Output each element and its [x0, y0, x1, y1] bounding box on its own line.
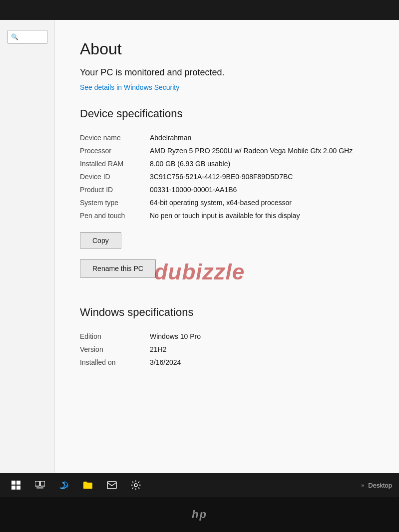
taskbar-mail-button[interactable]: [101, 475, 123, 495]
sidebar: 🔍 h: [0, 20, 55, 532]
spec-value: 3C91C756-521A-4412-9BE0-908F89D5D7BC: [150, 170, 374, 183]
svg-rect-5: [40, 481, 45, 486]
windows-spec-row: Version21H2: [80, 343, 374, 356]
svg-rect-4: [35, 481, 39, 486]
spec-label: Installed on: [80, 356, 150, 369]
device-spec-row: Device ID3C91C756-521A-4412-9BE0-908F89D…: [80, 170, 374, 183]
spec-label: Device name: [80, 131, 150, 144]
rename-pc-button[interactable]: Rename this PC: [80, 259, 156, 278]
spec-label: Processor: [80, 144, 150, 157]
device-spec-row: Installed RAM8.00 GB (6.93 GB usable): [80, 157, 374, 170]
main-content: About Your PC is monitored and protected…: [55, 20, 399, 532]
device-spec-row: ProcessorAMD Ryzen 5 PRO 2500U w/ Radeon…: [80, 144, 374, 157]
taskbar-chevron[interactable]: »: [361, 482, 364, 488]
spec-value: 3/16/2024: [150, 356, 374, 369]
spec-value: Abdelrahman: [150, 131, 374, 144]
spec-label: Pen and touch: [80, 209, 150, 222]
taskbar-start-button[interactable]: [5, 475, 27, 495]
windows-spec-row: EditionWindows 10 Pro: [80, 330, 374, 343]
spec-label: Installed RAM: [80, 157, 150, 170]
device-spec-row: System type64-bit operating system, x64-…: [80, 196, 374, 209]
taskbar: » Desktop: [0, 473, 399, 497]
svg-point-8: [134, 484, 137, 487]
windows-specs-title: Windows specifications: [80, 306, 374, 319]
svg-rect-0: [11, 481, 15, 485]
taskbar-edge-button[interactable]: [53, 475, 75, 495]
search-box[interactable]: 🔍: [7, 30, 47, 44]
windows-specs-table: EditionWindows 10 ProVersion21H2Installe…: [80, 330, 374, 369]
spec-label: Product ID: [80, 183, 150, 196]
security-link[interactable]: See details in Windows Security: [80, 83, 179, 91]
spec-value: 21H2: [150, 343, 374, 356]
spec-label: Edition: [80, 330, 150, 343]
svg-rect-7: [107, 482, 116, 489]
device-spec-row: Product ID00331-10000-00001-AA1B6: [80, 183, 374, 196]
device-specs-table: Device nameAbdelrahmanProcessorAMD Ryzen…: [80, 131, 374, 222]
spec-label: Device ID: [80, 170, 150, 183]
spec-value: 8.00 GB (6.93 GB usable): [150, 157, 374, 170]
spec-value: 00331-10000-00001-AA1B6: [150, 183, 374, 196]
spec-value: 64-bit operating system, x64-based proce…: [150, 196, 374, 209]
taskbar-explorer-button[interactable]: [77, 475, 99, 495]
svg-rect-3: [16, 486, 20, 490]
taskbar-taskview-button[interactable]: [29, 475, 51, 495]
page-title: About: [80, 40, 374, 58]
svg-rect-6: [36, 487, 43, 489]
taskbar-settings-button[interactable]: [125, 475, 147, 495]
spec-value: No pen or touch input is available for t…: [150, 209, 374, 222]
taskbar-right: » Desktop: [361, 482, 394, 489]
protected-heading: Your PC is monitored and protected.: [80, 67, 374, 78]
device-specs-title: Device specifications: [80, 107, 374, 120]
windows-spec-row: Installed on3/16/2024: [80, 356, 374, 369]
copy-button[interactable]: Copy: [80, 232, 121, 249]
svg-rect-1: [16, 481, 20, 485]
spec-value: AMD Ryzen 5 PRO 2500U w/ Radeon Vega Mob…: [150, 144, 374, 157]
svg-rect-2: [11, 486, 15, 490]
search-icon: 🔍: [11, 33, 18, 40]
hp-logo: hp: [192, 508, 207, 521]
screen-container: 🔍 h About Your PC is monitored and prote…: [0, 20, 399, 532]
bezel-bottom: hp: [0, 497, 399, 532]
spec-label: Version: [80, 343, 150, 356]
device-spec-row: Device nameAbdelrahman: [80, 131, 374, 144]
spec-label: System type: [80, 196, 150, 209]
bezel-top: [0, 0, 399, 20]
desktop-label[interactable]: Desktop: [368, 482, 394, 489]
device-spec-row: Pen and touchNo pen or touch input is av…: [80, 209, 374, 222]
spec-value: Windows 10 Pro: [150, 330, 374, 343]
